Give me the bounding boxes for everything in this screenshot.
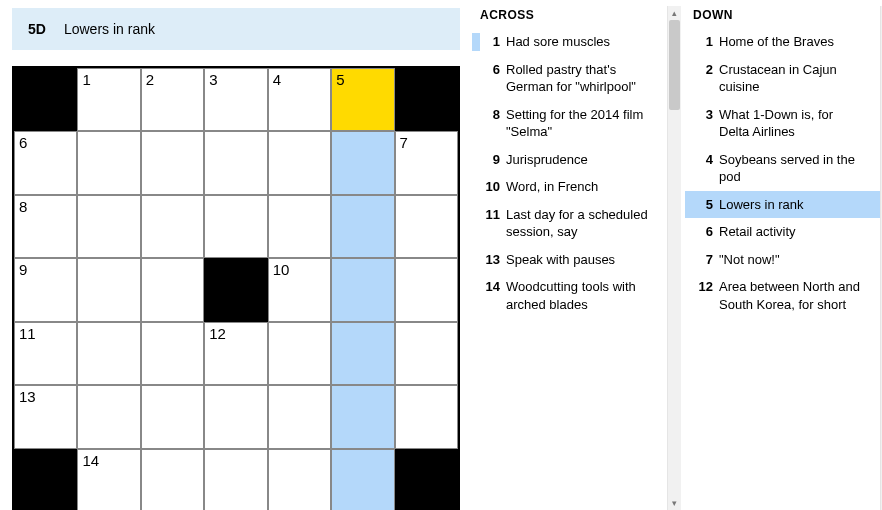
grid-cell[interactable]: [268, 385, 331, 448]
grid-cell[interactable]: [395, 195, 458, 258]
clue-item[interactable]: 1Had sore muscles: [472, 28, 667, 56]
clue-item[interactable]: 7"Not now!": [685, 246, 880, 274]
clue-text: Retail activity: [719, 223, 872, 241]
grid-cell[interactable]: [395, 258, 458, 321]
grid-cell[interactable]: [77, 131, 140, 194]
grid-cell[interactable]: [331, 385, 394, 448]
clue-text: Home of the Braves: [719, 33, 872, 51]
clue-number: 9: [482, 151, 506, 169]
grid-cell[interactable]: 11: [14, 322, 77, 385]
scroll-up-arrow-icon[interactable]: ▴: [668, 6, 681, 20]
clue-number: 5: [695, 196, 719, 214]
clue-highlight-bar: [685, 223, 693, 241]
clue-item[interactable]: 5Lowers in rank: [685, 191, 880, 219]
clue-item[interactable]: 12Area between North and South Korea, fo…: [685, 273, 880, 318]
clue-item[interactable]: 4Soybeans served in the pod: [685, 146, 880, 191]
cell-number: 11: [19, 325, 36, 342]
clue-text: Had sore muscles: [506, 33, 659, 51]
clue-number: 2: [695, 61, 719, 96]
grid-cell[interactable]: [331, 322, 394, 385]
clue-item[interactable]: 3What 1-Down is, for Delta Airlines: [685, 101, 880, 146]
grid-cell[interactable]: [204, 131, 267, 194]
grid-cell[interactable]: [141, 449, 204, 510]
grid-cell[interactable]: [395, 322, 458, 385]
clue-item[interactable]: 10Word, in French: [472, 173, 667, 201]
grid-cell[interactable]: [204, 449, 267, 510]
clue-highlight-bar: [472, 106, 480, 141]
grid-cell[interactable]: 1: [77, 68, 140, 131]
grid-cell[interactable]: 4: [268, 68, 331, 131]
grid-cell[interactable]: [395, 385, 458, 448]
cell-number: 5: [336, 71, 344, 88]
clue-number: 1: [695, 33, 719, 51]
grid-cell[interactable]: [77, 322, 140, 385]
clue-highlight-bar: [685, 196, 693, 214]
clue-item[interactable]: 1Home of the Braves: [685, 28, 880, 56]
clue-item[interactable]: 6Rolled pastry that's German for "whirlp…: [472, 56, 667, 101]
grid-cell[interactable]: [331, 258, 394, 321]
clue-highlight-bar: [472, 33, 480, 51]
grid-cell[interactable]: [141, 131, 204, 194]
across-clue-list[interactable]: 1Had sore muscles6Rolled pastry that's G…: [472, 28, 667, 510]
clue-highlight-bar: [472, 206, 480, 241]
crossword-grid[interactable]: 1234567891011121314: [12, 66, 460, 510]
grid-cell[interactable]: 6: [14, 131, 77, 194]
grid-cell[interactable]: [204, 195, 267, 258]
grid-cell[interactable]: 2: [141, 68, 204, 131]
cell-number: 4: [273, 71, 281, 88]
grid-cell[interactable]: [268, 449, 331, 510]
grid-cell[interactable]: 14: [77, 449, 140, 510]
clue-item[interactable]: 11Last day for a scheduled session, say: [472, 201, 667, 246]
clue-highlight-bar: [472, 178, 480, 196]
down-header: DOWN: [685, 6, 880, 28]
grid-cell[interactable]: [141, 195, 204, 258]
clue-text: Soybeans served in the pod: [719, 151, 872, 186]
grid-cell[interactable]: [141, 385, 204, 448]
grid-cell[interactable]: 5: [331, 68, 394, 131]
grid-cell: [395, 449, 458, 510]
clue-text: Jurisprudence: [506, 151, 659, 169]
clue-text: Crustacean in Cajun cuisine: [719, 61, 872, 96]
grid-cell[interactable]: [141, 322, 204, 385]
clue-text: Area between North and South Korea, for …: [719, 278, 872, 313]
grid-cell[interactable]: 13: [14, 385, 77, 448]
grid-cell[interactable]: [268, 195, 331, 258]
clue-number: 12: [695, 278, 719, 313]
current-clue-text: Lowers in rank: [64, 21, 155, 37]
grid-cell[interactable]: 8: [14, 195, 77, 258]
grid-cell[interactable]: [77, 385, 140, 448]
clue-item[interactable]: 6Retail activity: [685, 218, 880, 246]
grid-cell[interactable]: [268, 322, 331, 385]
scroll-down-arrow-icon[interactable]: ▾: [668, 496, 681, 510]
down-clue-list[interactable]: 1Home of the Braves2Crustacean in Cajun …: [685, 28, 880, 510]
clue-number: 6: [695, 223, 719, 241]
clue-item[interactable]: 9Jurisprudence: [472, 146, 667, 174]
grid-cell[interactable]: [141, 258, 204, 321]
grid-cell[interactable]: [204, 385, 267, 448]
grid-cell[interactable]: 3: [204, 68, 267, 131]
grid-cell[interactable]: [268, 131, 331, 194]
grid-cell[interactable]: 10: [268, 258, 331, 321]
clue-item[interactable]: 2Crustacean in Cajun cuisine: [685, 56, 880, 101]
grid-cell: [14, 449, 77, 510]
grid-cell[interactable]: [331, 131, 394, 194]
grid-cell[interactable]: 9: [14, 258, 77, 321]
scrollbar-track[interactable]: ▴ ▾: [667, 6, 681, 510]
grid-cell[interactable]: [331, 195, 394, 258]
clue-highlight-bar: [685, 151, 693, 186]
clue-item[interactable]: 14Woodcutting tools with arched blades: [472, 273, 667, 318]
clue-item[interactable]: 8Setting for the 2014 film "Selma": [472, 101, 667, 146]
grid-cell[interactable]: [77, 258, 140, 321]
clue-text: Woodcutting tools with arched blades: [506, 278, 659, 313]
grid-cell[interactable]: [77, 195, 140, 258]
grid-cell[interactable]: [331, 449, 394, 510]
clue-text: Speak with pauses: [506, 251, 659, 269]
clue-number: 8: [482, 106, 506, 141]
clue-item[interactable]: 13Speak with pauses: [472, 246, 667, 274]
cell-number: 14: [82, 452, 99, 469]
cell-number: 13: [19, 388, 36, 405]
grid-cell[interactable]: 12: [204, 322, 267, 385]
current-clue-number: 5D: [28, 21, 46, 37]
scrollbar-thumb[interactable]: [669, 20, 680, 110]
grid-cell[interactable]: 7: [395, 131, 458, 194]
